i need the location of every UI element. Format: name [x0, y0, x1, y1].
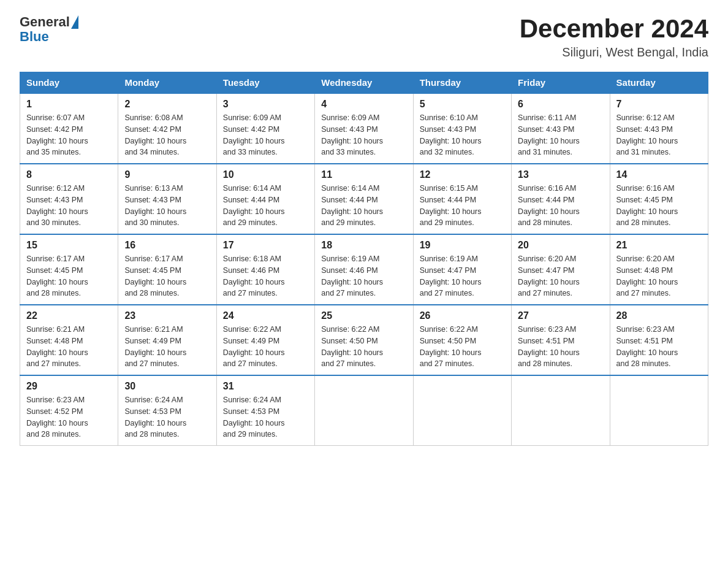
day-info: Sunrise: 6:22 AM Sunset: 4:49 PM Dayligh… — [223, 324, 308, 370]
day-info: Sunrise: 6:18 AM Sunset: 4:46 PM Dayligh… — [223, 253, 308, 299]
day-info: Sunrise: 6:09 AM Sunset: 4:42 PM Dayligh… — [223, 112, 308, 158]
day-info: Sunrise: 6:14 AM Sunset: 4:44 PM Dayligh… — [321, 183, 406, 229]
week-row-1: 1 Sunrise: 6:07 AM Sunset: 4:42 PM Dayli… — [20, 93, 708, 164]
day-info: Sunrise: 6:17 AM Sunset: 4:45 PM Dayligh… — [26, 253, 112, 299]
day-number: 8 — [26, 169, 112, 180]
day-info: Sunrise: 6:16 AM Sunset: 4:44 PM Dayligh… — [518, 183, 603, 229]
day-info: Sunrise: 6:17 AM Sunset: 4:45 PM Dayligh… — [124, 253, 210, 299]
calendar-cell: 1 Sunrise: 6:07 AM Sunset: 4:42 PM Dayli… — [20, 93, 118, 164]
calendar-cell: 30 Sunrise: 6:24 AM Sunset: 4:53 PM Dayl… — [118, 375, 216, 446]
day-number: 15 — [26, 240, 112, 251]
day-number: 14 — [616, 169, 702, 180]
calendar-cell — [512, 375, 610, 446]
day-number: 10 — [223, 169, 308, 180]
page-header: General Blue December 2024 Siliguri, Wes… — [20, 15, 708, 59]
header-wednesday: Wednesday — [315, 72, 413, 94]
calendar-table: SundayMondayTuesdayWednesdayThursdayFrid… — [20, 72, 708, 446]
calendar-cell: 2 Sunrise: 6:08 AM Sunset: 4:42 PM Dayli… — [118, 93, 216, 164]
month-year-title: December 2024 — [520, 15, 708, 43]
calendar-cell: 28 Sunrise: 6:23 AM Sunset: 4:51 PM Dayl… — [610, 305, 708, 375]
day-info: Sunrise: 6:14 AM Sunset: 4:44 PM Dayligh… — [223, 183, 308, 229]
day-info: Sunrise: 6:22 AM Sunset: 4:50 PM Dayligh… — [420, 324, 505, 370]
day-info: Sunrise: 6:24 AM Sunset: 4:53 PM Dayligh… — [124, 394, 210, 440]
calendar-cell — [315, 375, 413, 446]
calendar-cell: 29 Sunrise: 6:23 AM Sunset: 4:52 PM Dayl… — [20, 375, 118, 446]
day-number: 23 — [124, 310, 210, 321]
day-number: 18 — [321, 240, 406, 251]
day-number: 29 — [26, 381, 112, 392]
calendar-cell: 10 Sunrise: 6:14 AM Sunset: 4:44 PM Dayl… — [216, 164, 314, 234]
calendar-cell: 16 Sunrise: 6:17 AM Sunset: 4:45 PM Dayl… — [118, 234, 216, 305]
calendar-cell: 3 Sunrise: 6:09 AM Sunset: 4:42 PM Dayli… — [216, 93, 314, 164]
day-info: Sunrise: 6:23 AM Sunset: 4:52 PM Dayligh… — [26, 394, 112, 440]
day-info: Sunrise: 6:13 AM Sunset: 4:43 PM Dayligh… — [124, 183, 210, 229]
location-subtitle: Siliguri, West Bengal, India — [520, 45, 708, 59]
logo-text-general: General — [20, 15, 70, 29]
day-number: 5 — [420, 99, 505, 110]
day-info: Sunrise: 6:20 AM Sunset: 4:47 PM Dayligh… — [518, 253, 603, 299]
days-header-row: SundayMondayTuesdayWednesdayThursdayFrid… — [20, 72, 708, 94]
logo-triangle-icon — [71, 15, 78, 29]
day-number: 30 — [124, 381, 210, 392]
calendar-cell: 11 Sunrise: 6:14 AM Sunset: 4:44 PM Dayl… — [315, 164, 413, 234]
title-block: December 2024 Siliguri, West Bengal, Ind… — [520, 15, 708, 59]
day-info: Sunrise: 6:08 AM Sunset: 4:42 PM Dayligh… — [124, 112, 210, 158]
day-number: 20 — [518, 240, 603, 251]
day-number: 25 — [321, 310, 406, 321]
day-info: Sunrise: 6:20 AM Sunset: 4:48 PM Dayligh… — [616, 253, 702, 299]
logo-text-blue: Blue — [20, 29, 49, 44]
calendar-cell: 15 Sunrise: 6:17 AM Sunset: 4:45 PM Dayl… — [20, 234, 118, 305]
calendar-cell: 7 Sunrise: 6:12 AM Sunset: 4:43 PM Dayli… — [610, 93, 708, 164]
calendar-cell: 31 Sunrise: 6:24 AM Sunset: 4:53 PM Dayl… — [216, 375, 314, 446]
day-number: 11 — [321, 169, 406, 180]
calendar-cell: 18 Sunrise: 6:19 AM Sunset: 4:46 PM Dayl… — [315, 234, 413, 305]
day-info: Sunrise: 6:19 AM Sunset: 4:47 PM Dayligh… — [420, 253, 505, 299]
day-number: 21 — [616, 240, 702, 251]
day-number: 3 — [223, 99, 308, 110]
day-number: 4 — [321, 99, 406, 110]
header-friday: Friday — [512, 72, 610, 94]
calendar-cell — [610, 375, 708, 446]
week-row-2: 8 Sunrise: 6:12 AM Sunset: 4:43 PM Dayli… — [20, 164, 708, 234]
day-number: 2 — [124, 99, 210, 110]
week-row-3: 15 Sunrise: 6:17 AM Sunset: 4:45 PM Dayl… — [20, 234, 708, 305]
day-info: Sunrise: 6:07 AM Sunset: 4:42 PM Dayligh… — [26, 112, 112, 158]
day-info: Sunrise: 6:21 AM Sunset: 4:48 PM Dayligh… — [26, 324, 112, 370]
header-sunday: Sunday — [20, 72, 118, 94]
day-number: 26 — [420, 310, 505, 321]
day-info: Sunrise: 6:11 AM Sunset: 4:43 PM Dayligh… — [518, 112, 603, 158]
calendar-cell — [413, 375, 511, 446]
logo: General Blue — [20, 15, 78, 44]
header-monday: Monday — [118, 72, 216, 94]
calendar-cell: 17 Sunrise: 6:18 AM Sunset: 4:46 PM Dayl… — [216, 234, 314, 305]
calendar-cell: 23 Sunrise: 6:21 AM Sunset: 4:49 PM Dayl… — [118, 305, 216, 375]
day-number: 7 — [616, 99, 702, 110]
day-info: Sunrise: 6:15 AM Sunset: 4:44 PM Dayligh… — [420, 183, 505, 229]
calendar-cell: 24 Sunrise: 6:22 AM Sunset: 4:49 PM Dayl… — [216, 305, 314, 375]
day-info: Sunrise: 6:22 AM Sunset: 4:50 PM Dayligh… — [321, 324, 406, 370]
day-info: Sunrise: 6:23 AM Sunset: 4:51 PM Dayligh… — [616, 324, 702, 370]
day-info: Sunrise: 6:23 AM Sunset: 4:51 PM Dayligh… — [518, 324, 603, 370]
calendar-cell: 8 Sunrise: 6:12 AM Sunset: 4:43 PM Dayli… — [20, 164, 118, 234]
day-number: 13 — [518, 169, 603, 180]
day-number: 19 — [420, 240, 505, 251]
day-number: 12 — [420, 169, 505, 180]
calendar-cell: 5 Sunrise: 6:10 AM Sunset: 4:43 PM Dayli… — [413, 93, 511, 164]
header-saturday: Saturday — [610, 72, 708, 94]
day-number: 17 — [223, 240, 308, 251]
week-row-5: 29 Sunrise: 6:23 AM Sunset: 4:52 PM Dayl… — [20, 375, 708, 446]
day-number: 27 — [518, 310, 603, 321]
calendar-cell: 19 Sunrise: 6:19 AM Sunset: 4:47 PM Dayl… — [413, 234, 511, 305]
calendar-cell: 4 Sunrise: 6:09 AM Sunset: 4:43 PM Dayli… — [315, 93, 413, 164]
day-number: 16 — [124, 240, 210, 251]
week-row-4: 22 Sunrise: 6:21 AM Sunset: 4:48 PM Dayl… — [20, 305, 708, 375]
day-number: 22 — [26, 310, 112, 321]
day-info: Sunrise: 6:12 AM Sunset: 4:43 PM Dayligh… — [616, 112, 702, 158]
calendar-cell: 14 Sunrise: 6:16 AM Sunset: 4:45 PM Dayl… — [610, 164, 708, 234]
calendar-cell: 9 Sunrise: 6:13 AM Sunset: 4:43 PM Dayli… — [118, 164, 216, 234]
calendar-cell: 21 Sunrise: 6:20 AM Sunset: 4:48 PM Dayl… — [610, 234, 708, 305]
calendar-cell: 25 Sunrise: 6:22 AM Sunset: 4:50 PM Dayl… — [315, 305, 413, 375]
day-info: Sunrise: 6:10 AM Sunset: 4:43 PM Dayligh… — [420, 112, 505, 158]
header-thursday: Thursday — [413, 72, 511, 94]
day-number: 6 — [518, 99, 603, 110]
